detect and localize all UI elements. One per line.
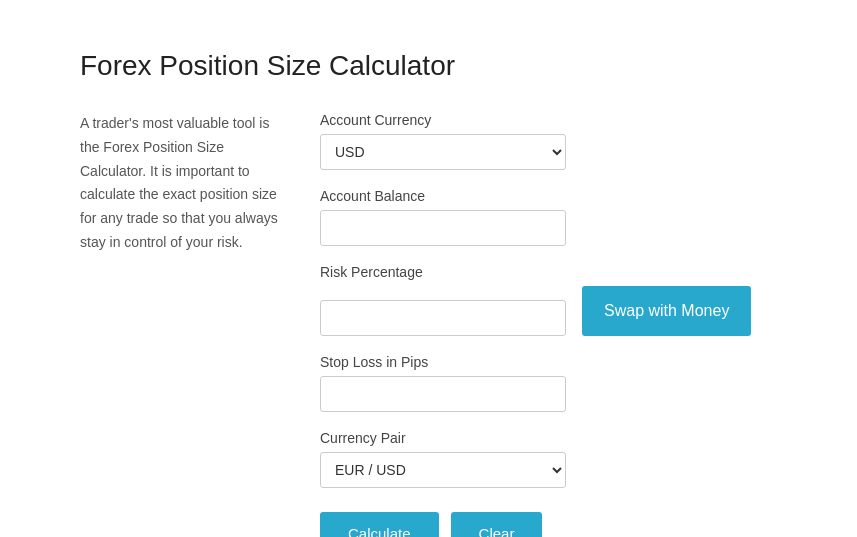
currency-pair-select[interactable]: EUR / USD GBP / USD USD / JPY USD / CHF … [320, 452, 566, 488]
description-text: A trader's most valuable tool is the For… [80, 112, 280, 255]
currency-pair-label: Currency Pair [320, 430, 777, 446]
clear-button[interactable]: Clear [451, 512, 543, 537]
description-panel: A trader's most valuable tool is the For… [80, 112, 280, 255]
risk-percentage-group: Risk Percentage Swap with Money [320, 264, 777, 336]
stop-loss-group: Stop Loss in Pips [320, 354, 777, 412]
page-container: Forex Position Size Calculator A trader'… [20, 20, 837, 537]
buttons-row: Calculate Clear [320, 512, 777, 537]
risk-percentage-label: Risk Percentage [320, 264, 777, 280]
currency-pair-group: Currency Pair EUR / USD GBP / USD USD / … [320, 430, 777, 488]
risk-row: Swap with Money [320, 286, 777, 336]
account-balance-group: Account Balance [320, 188, 777, 246]
stop-loss-label: Stop Loss in Pips [320, 354, 777, 370]
calculator-panel: Account Currency USD EUR GBP JPY AUD CAD… [320, 112, 777, 537]
stop-loss-input[interactable] [320, 376, 566, 412]
calculate-button[interactable]: Calculate [320, 512, 439, 537]
page-title: Forex Position Size Calculator [80, 50, 777, 82]
swap-with-money-button[interactable]: Swap with Money [582, 286, 751, 336]
content-area: A trader's most valuable tool is the For… [80, 112, 777, 537]
account-currency-group: Account Currency USD EUR GBP JPY AUD CAD… [320, 112, 777, 170]
account-balance-input[interactable] [320, 210, 566, 246]
account-currency-label: Account Currency [320, 112, 777, 128]
account-balance-label: Account Balance [320, 188, 777, 204]
risk-percentage-input[interactable] [320, 300, 566, 336]
account-currency-select[interactable]: USD EUR GBP JPY AUD CAD CHF [320, 134, 566, 170]
